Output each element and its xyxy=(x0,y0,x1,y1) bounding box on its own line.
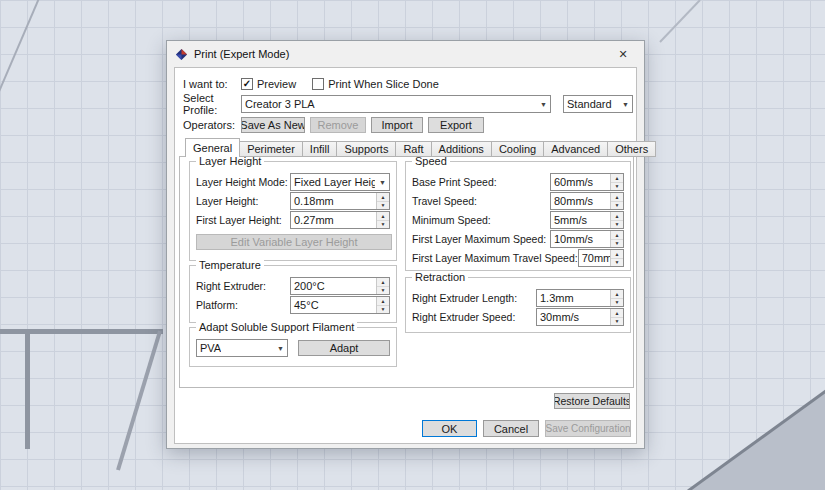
right-extruder-temp-value: 200°C xyxy=(291,278,376,294)
spin-up-icon[interactable]: ▲ xyxy=(611,250,623,259)
checkbox-box xyxy=(312,78,324,90)
platform-temp-input[interactable]: 45°C ▲ ▼ xyxy=(290,296,390,314)
perspective-line xyxy=(0,0,40,108)
spin-down-icon[interactable]: ▼ xyxy=(611,221,623,229)
import-button[interactable]: Import xyxy=(371,117,423,133)
tab-infill[interactable]: Infill xyxy=(303,141,338,157)
minimum-speed-label: Minimum Speed: xyxy=(412,214,491,226)
preview-label: Preview xyxy=(257,78,296,90)
first-layer-height-input[interactable]: 0.27mm ▲ ▼ xyxy=(290,211,390,229)
temperature-legend: Temperature xyxy=(196,259,264,271)
spin-up-icon[interactable]: ▲ xyxy=(377,297,389,306)
save-configuration-button: Save Configuration xyxy=(545,420,631,437)
speed-group: Speed Base Print Speed: 60mm/s ▲ ▼ Trave… xyxy=(405,161,631,271)
spin-buttons: ▲ ▼ xyxy=(610,174,623,190)
cancel-button[interactable]: Cancel xyxy=(483,420,539,437)
tab-raft[interactable]: Raft xyxy=(396,141,431,157)
save-as-new-button[interactable]: Save As New xyxy=(241,117,305,133)
first-layer-max-travel-speed-input[interactable]: 70mm/s ▲ ▼ xyxy=(578,249,624,267)
tab-supports[interactable]: Supports xyxy=(337,141,396,157)
spin-buttons: ▲ ▼ xyxy=(376,278,389,294)
dialog-titlebar[interactable]: Print (Expert Mode) ✕ xyxy=(167,41,644,67)
first-layer-max-speed-label: First Layer Maximum Speed: xyxy=(412,233,546,245)
layer-height-mode-label: Layer Height Mode: xyxy=(196,176,288,188)
spin-down-icon[interactable]: ▼ xyxy=(611,240,623,248)
layer-height-value: 0.18mm xyxy=(291,193,376,209)
tab-additions[interactable]: Additions xyxy=(432,141,492,157)
spin-down-icon[interactable]: ▼ xyxy=(611,259,623,267)
spin-down-icon[interactable]: ▼ xyxy=(611,183,623,191)
spin-down-icon[interactable]: ▼ xyxy=(377,306,389,314)
adapt-legend: Adapt Soluble Support Filament xyxy=(196,321,357,333)
i-want-to-row: I want to: ✓ Preview Print When Slice Do… xyxy=(183,75,455,93)
retraction-group: Retraction Right Extruder Length: 1.3mm … xyxy=(405,277,631,333)
print-when-slice-done-label: Print When Slice Done xyxy=(328,78,439,90)
tab-cooling[interactable]: Cooling xyxy=(492,141,544,157)
ok-button[interactable]: OK xyxy=(422,420,477,437)
retraction-speed-label: Right Extruder Speed: xyxy=(412,311,515,323)
operators-label: Operators: xyxy=(183,119,241,131)
spin-up-icon[interactable]: ▲ xyxy=(377,193,389,202)
retraction-speed-input[interactable]: 30mm/s ▲ ▼ xyxy=(536,308,624,326)
base-print-speed-label: Base Print Speed: xyxy=(412,176,497,188)
layer-height-input[interactable]: 0.18mm ▲ ▼ xyxy=(290,192,390,210)
first-layer-max-speed-input[interactable]: 10mm/s ▲ ▼ xyxy=(550,230,624,248)
first-layer-max-speed-value: 10mm/s xyxy=(551,231,610,247)
spin-up-icon[interactable]: ▲ xyxy=(611,231,623,240)
base-print-speed-input[interactable]: 60mm/s ▲ ▼ xyxy=(550,173,624,191)
minimum-speed-value: 5mm/s xyxy=(551,212,610,228)
spin-buttons: ▲ ▼ xyxy=(376,297,389,313)
adapt-button[interactable]: Adapt xyxy=(298,340,390,356)
select-profile-row: Select Profile: Creator 3 PLA ▼ Standard… xyxy=(183,95,633,113)
layer-height-mode-select[interactable]: Fixed Layer Height ▼ xyxy=(290,173,390,191)
dialog-title: Print (Expert Mode) xyxy=(194,48,289,60)
print-when-slice-done-checkbox[interactable]: Print When Slice Done xyxy=(312,78,439,90)
retraction-length-input[interactable]: 1.3mm ▲ ▼ xyxy=(536,289,624,307)
soluble-material-select[interactable]: PVA ▼ xyxy=(196,339,288,357)
restore-defaults-button[interactable]: Restore Defaults xyxy=(554,393,630,409)
spin-up-icon[interactable]: ▲ xyxy=(611,193,623,202)
retraction-length-value: 1.3mm xyxy=(537,290,610,306)
spin-buttons: ▲ ▼ xyxy=(376,193,389,209)
spin-down-icon[interactable]: ▼ xyxy=(377,287,389,295)
right-extruder-temp-input[interactable]: 200°C ▲ ▼ xyxy=(290,277,390,295)
spin-up-icon[interactable]: ▲ xyxy=(377,212,389,221)
minimum-speed-input[interactable]: 5mm/s ▲ ▼ xyxy=(550,211,624,229)
select-profile-label: Select Profile: xyxy=(183,92,241,116)
tab-others[interactable]: Others xyxy=(608,141,656,157)
spin-down-icon[interactable]: ▼ xyxy=(611,299,623,307)
profile-type-select[interactable]: Standard ▼ xyxy=(563,95,633,113)
export-button[interactable]: Export xyxy=(428,117,484,133)
build-plate-edge xyxy=(0,329,163,334)
check-icon: ✓ xyxy=(243,79,251,89)
spin-down-icon[interactable]: ▼ xyxy=(611,318,623,326)
preview-checkbox[interactable]: ✓ Preview xyxy=(241,78,296,90)
tab-perimeter[interactable]: Perimeter xyxy=(240,141,303,157)
spin-down-icon[interactable]: ▼ xyxy=(377,202,389,210)
travel-speed-input[interactable]: 80mm/s ▲ ▼ xyxy=(550,192,624,210)
close-button[interactable]: ✕ xyxy=(610,41,636,67)
travel-speed-value: 80mm/s xyxy=(551,193,610,209)
chevron-down-icon: ▼ xyxy=(273,345,284,352)
profile-select[interactable]: Creator 3 PLA ▼ xyxy=(241,95,551,113)
spin-up-icon[interactable]: ▲ xyxy=(611,290,623,299)
platform-temp-value: 45°C xyxy=(291,297,376,313)
temperature-group: Temperature Right Extruder: 200°C ▲ ▼ Pl… xyxy=(189,265,397,323)
chevron-down-icon: ▼ xyxy=(375,179,386,186)
tab-advanced[interactable]: Advanced xyxy=(544,141,608,157)
profile-value: Creator 3 PLA xyxy=(245,98,315,110)
spin-down-icon[interactable]: ▼ xyxy=(377,221,389,229)
operators-row: Operators: Save As New Remove Import Exp… xyxy=(183,116,489,134)
spin-down-icon[interactable]: ▼ xyxy=(611,202,623,210)
spin-buttons: ▲ ▼ xyxy=(610,193,623,209)
first-layer-height-value: 0.27mm xyxy=(291,212,376,228)
spin-up-icon[interactable]: ▲ xyxy=(611,212,623,221)
adapt-soluble-support-group: Adapt Soluble Support Filament PVA ▼ Ada… xyxy=(189,327,397,367)
retraction-legend: Retraction xyxy=(412,271,468,283)
spin-buttons: ▲ ▼ xyxy=(610,212,623,228)
spin-up-icon[interactable]: ▲ xyxy=(611,309,623,318)
spin-up-icon[interactable]: ▲ xyxy=(377,278,389,287)
spin-up-icon[interactable]: ▲ xyxy=(611,174,623,183)
tab-general[interactable]: General xyxy=(185,138,240,157)
spin-buttons: ▲ ▼ xyxy=(610,250,623,266)
